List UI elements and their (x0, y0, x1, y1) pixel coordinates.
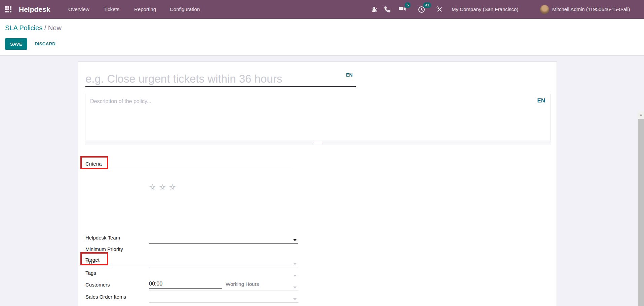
breadcrumb: SLA Policies / New (5, 24, 62, 32)
menu-reporting[interactable]: Reporting (134, 0, 156, 19)
in-time-input[interactable] (149, 280, 222, 289)
target-section-header: Target (80, 254, 292, 265)
tools-icon[interactable] (436, 0, 443, 19)
screen: Helpdesk Overview Tickets Reporting Conf… (0, 0, 644, 306)
vertical-scrollbar[interactable]: ▲ (638, 112, 644, 306)
content-area: EN EN Criteria Helpdesk Team Minimum Pri… (0, 56, 644, 306)
policy-name-input[interactable] (85, 72, 356, 87)
sales-order-items-label: Sales Order Items (85, 293, 149, 301)
save-button[interactable]: SAVE (5, 38, 27, 50)
criteria-section-label: Criteria (85, 161, 102, 167)
chevron-down-icon[interactable] (293, 263, 297, 265)
chevron-down-icon[interactable] (293, 275, 297, 277)
priority-stars[interactable]: ☆☆☆ (149, 183, 179, 191)
helpdesk-team-underline (149, 243, 298, 244)
user-menu[interactable]: Mitchell Admin (11950646-15-0-all) (552, 0, 630, 19)
control-panel: SLA Policies / New SAVE DISCARD (0, 19, 644, 56)
breadcrumb-new: New (48, 24, 62, 32)
scrollbar-thumb[interactable] (638, 119, 644, 306)
breadcrumb-separator: / (44, 24, 46, 32)
tags-field[interactable] (149, 270, 298, 278)
bug-icon[interactable] (371, 0, 378, 19)
discard-button[interactable]: DISCARD (32, 38, 58, 50)
chevron-down-icon[interactable] (293, 239, 297, 241)
criteria-section-header: Criteria (80, 158, 292, 169)
chevron-down-icon[interactable] (293, 287, 297, 289)
activity-count-badge: 31 (423, 2, 431, 8)
star-icon[interactable]: ☆ (169, 183, 179, 191)
phone-icon[interactable] (384, 0, 390, 19)
sla-policy-form: EN EN Criteria Helpdesk Team Minimum Pri… (78, 61, 557, 306)
drag-handle-icon (314, 142, 322, 144)
breadcrumb-sla-policies[interactable]: SLA Policies (5, 24, 42, 32)
tags-underline (149, 279, 298, 279)
customers-label: Customers (85, 281, 149, 289)
menu-tickets[interactable]: Tickets (104, 0, 119, 19)
star-icon[interactable]: ☆ (159, 183, 169, 191)
message-count-badge: 5 (405, 2, 411, 8)
minimum-priority-label: Minimum Priority (85, 246, 149, 253)
sales-order-items-field[interactable] (149, 294, 298, 302)
scrollbar-up-icon[interactable]: ▲ (638, 113, 644, 116)
type-underline (149, 267, 298, 267)
sales-order-items-underline (149, 302, 298, 303)
avatar[interactable] (540, 5, 549, 14)
apps-grid-icon[interactable] (5, 6, 12, 13)
customers-underline (149, 291, 298, 291)
helpdesk-team-field[interactable] (149, 235, 298, 243)
star-icon[interactable]: ☆ (149, 183, 159, 191)
top-navbar: Helpdesk Overview Tickets Reporting Conf… (0, 0, 644, 19)
description-input[interactable] (85, 94, 551, 140)
tags-label: Tags (85, 269, 149, 277)
working-hours-suffix: Working Hours (226, 279, 259, 289)
helpdesk-team-label: Helpdesk Team (85, 234, 149, 242)
description-translate-button[interactable]: EN (537, 97, 545, 104)
company-switcher[interactable]: My Company (San Francisco) (452, 0, 518, 19)
chevron-down-icon[interactable] (293, 298, 297, 300)
menu-overview[interactable]: Overview (68, 0, 89, 19)
description-resize-handle[interactable] (85, 141, 551, 145)
menu-configuration[interactable]: Configuration (170, 0, 200, 19)
description-box: EN (85, 94, 551, 140)
target-section-label: Target (85, 257, 100, 263)
app-name[interactable]: Helpdesk (19, 0, 50, 19)
title-translate-button[interactable]: EN (346, 72, 352, 78)
